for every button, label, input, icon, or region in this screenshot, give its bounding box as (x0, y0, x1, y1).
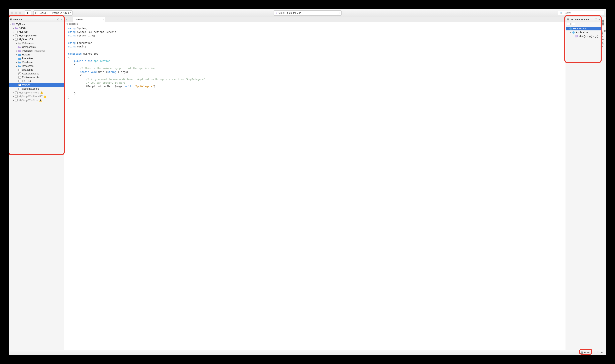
app-window: ▢ Debug › ▯ iPhone 6s iOS 9.2 ⧈ Visual S… (9, 9, 606, 355)
tree-item-label: Renderers (22, 61, 33, 64)
pad-autohide-button[interactable]: ▢ (57, 18, 59, 21)
tree-item-label: Main.cs (22, 84, 30, 86)
solution-root[interactable]: ▾MyShop (9, 22, 64, 26)
editor-tab[interactable]: Main.cs × (73, 17, 105, 22)
tree-item-label: Entitlements.plist (22, 76, 40, 79)
workspace: ▤ Solution ▢ ✕ ▾MyShop▸Admin▸MyShop▸MySh… (9, 17, 606, 350)
tree-item-label: MyShop.iOS (19, 38, 33, 41)
tree-item[interactable]: ▸MyShop.WinPhoneRT ⚠️ (9, 94, 64, 98)
outline-pad-header: ▤ Document Outline ▢ ✕ (566, 17, 602, 22)
solution-pad-header: ▤ Solution ▢ ✕ (9, 17, 64, 22)
tree-item[interactable]: ▸MyShop.WinStore ⚠️ (9, 98, 64, 102)
tree-item-label: MyShop (19, 30, 28, 33)
outline-group-button[interactable] (567, 23, 571, 26)
tree-item[interactable]: ▸MyShop (9, 30, 64, 34)
tree-item-label: References (22, 42, 34, 45)
global-search-input[interactable]: 🔍 Search (558, 11, 604, 15)
tree-item[interactable]: ▸app.config (9, 68, 64, 72)
device-icon: ▢ (35, 12, 38, 14)
toolbox-side-tab[interactable]: T Toolbox (602, 18, 606, 27)
status-bar: Errors ✓ Tasks (9, 350, 606, 355)
status-title: Visual Studio for Mac (279, 12, 301, 14)
doc-outline-label: Document Outline (602, 30, 604, 47)
tree-item[interactable]: ▸packages.config (9, 87, 64, 91)
tree-item[interactable]: ▸Info.plist (9, 79, 64, 83)
error-icon (581, 351, 583, 354)
search-placeholder: Search (564, 12, 571, 14)
minimize-window-dot[interactable] (15, 12, 17, 14)
pad-icon: ▤ (567, 18, 569, 21)
outline-sort-button[interactable] (572, 23, 575, 26)
tree-item-label: Info.plist (22, 80, 31, 83)
tree-item[interactable]: ▸Admin (9, 26, 64, 30)
outline-icon: ▤ (604, 30, 606, 32)
pad-close-button[interactable]: ✕ (60, 18, 63, 21)
tree-item[interactable]: ▸Packages (4 updates) (9, 49, 64, 53)
close-window-dot[interactable] (11, 12, 13, 14)
status-display: ⧈ Visual Studio for Mac i (274, 10, 342, 16)
tree-item-label: MyShop.WinPhone (19, 91, 39, 94)
pad-close-button[interactable]: ✕ (598, 18, 600, 21)
tree-item[interactable]: ▸Helpers (9, 53, 64, 56)
editor-breadcrumb[interactable]: No selection (64, 22, 565, 26)
tree-item[interactable]: ▸Entitlements.plist (9, 76, 64, 79)
outline-item-label: MyShop.iOS (573, 27, 587, 30)
outline-tree[interactable]: ▾MyShop.iOS▾Application▸Main(string[] ar… (566, 26, 602, 350)
tree-item-label: app.config (22, 68, 33, 71)
toolbar: ▢ Debug › ▯ iPhone 6s iOS 9.2 ⧈ Visual S… (9, 9, 606, 17)
tree-item-label: Admin (19, 27, 26, 29)
tree-item-label: Helpers (22, 53, 30, 56)
outline-item-label: Application (576, 31, 588, 34)
errors-status-button[interactable]: Errors (581, 351, 591, 354)
tree-item[interactable]: ▸Properties (9, 56, 64, 60)
run-configuration-selector[interactable]: ▢ Debug › ▯ iPhone 6s iOS 9.2 (33, 10, 73, 16)
tree-item[interactable]: ▸References (9, 41, 64, 45)
solution-tree[interactable]: ▾MyShop▸Admin▸MyShop▸MyShop.Android▾MySh… (9, 22, 64, 350)
play-icon (27, 12, 29, 14)
pad-icon: ▤ (10, 18, 12, 21)
document-outline-side-tab[interactable]: ▤ Document Outline (602, 29, 606, 48)
solution-pad: ▤ Solution ▢ ✕ ▾MyShop▸Admin▸MyShop▸MySh… (9, 17, 64, 350)
tree-item-label: Resources (22, 65, 33, 67)
outline-item[interactable]: ▾Application (566, 30, 602, 34)
outline-item[interactable]: ▸Main(string[] args) (566, 34, 602, 38)
tree-item-label: packages.config (22, 88, 39, 90)
tree-item-label: Packages (22, 50, 33, 52)
tree-item-label: Components (22, 46, 36, 48)
nav-forward-button[interactable]: › (69, 18, 72, 21)
toolbox-label: Toolbox (602, 19, 604, 26)
nav-back-button[interactable]: ‹ (65, 18, 68, 21)
vs-logo-icon: ⧈ (276, 12, 277, 14)
tree-item[interactable]: ▸Renderers (9, 60, 64, 64)
code-editor[interactable]: using System; using System.Collections.G… (64, 26, 565, 350)
solution-root-label: MyShop (16, 23, 25, 26)
tasks-label: Tasks (597, 351, 603, 354)
tree-item[interactable]: ▾MyShop.iOS (9, 38, 64, 41)
tree-item[interactable]: ▸Components (9, 45, 64, 49)
config-name: Debug (39, 12, 46, 14)
breadcrumb-text: No selection (66, 23, 78, 25)
outline-pad-title: Document Outline (570, 18, 589, 21)
info-icon[interactable]: i (337, 12, 340, 14)
tree-item-label: MyShop.Android (19, 34, 37, 37)
check-icon: ✓ (594, 351, 596, 354)
tree-item[interactable]: ▸Main.cs (9, 83, 64, 87)
tree-item-label: MyShop.WinPhoneRT (19, 95, 43, 98)
pad-autohide-button[interactable]: ▢ (595, 18, 597, 21)
tree-item-label: MyShop.WinStore (19, 99, 38, 102)
solution-pad-title: Solution (13, 18, 22, 21)
tab-label: Main.cs (76, 18, 84, 21)
tab-close-button[interactable]: × (102, 18, 104, 21)
tasks-status-button[interactable]: ✓ Tasks (594, 351, 603, 354)
tree-item-label: Properties (22, 57, 33, 60)
tree-item[interactable]: ▸AppDelegate.cs (9, 72, 64, 76)
zoom-window-dot[interactable] (19, 12, 21, 14)
outline-item[interactable]: ▾MyShop.iOS (566, 27, 602, 30)
tree-item-label: AppDelegate.cs (22, 72, 39, 75)
tree-item[interactable]: ▸MyShop.WinPhone ⚠️ (9, 91, 64, 94)
run-button[interactable] (25, 10, 31, 16)
tree-item[interactable]: ▸MyShop.Android (9, 34, 64, 38)
side-tab-strip: T Toolbox ▤ Document Outline (602, 17, 606, 350)
toolbox-icon: T (604, 19, 606, 21)
tree-item[interactable]: ▸Resources (9, 64, 64, 68)
